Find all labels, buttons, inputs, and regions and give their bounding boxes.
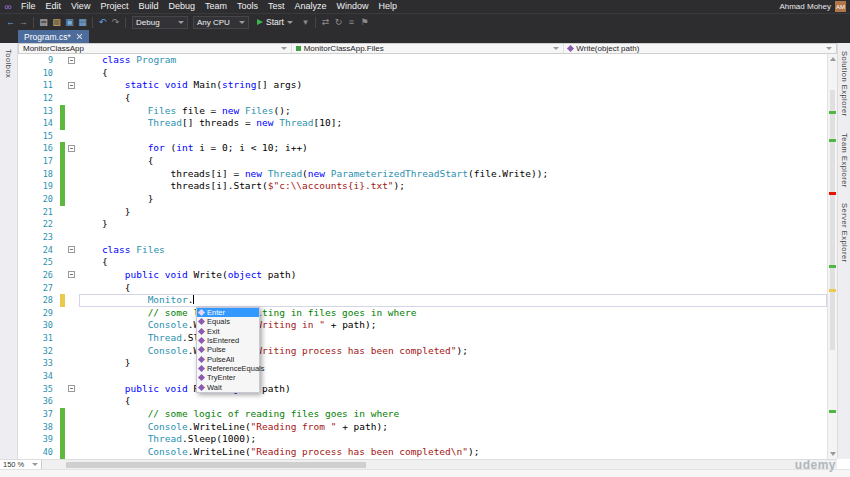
code-line-26[interactable]: 26 public void Write(object path)	[18, 269, 827, 282]
breakpoint-margin[interactable]	[18, 370, 26, 383]
breakpoint-margin[interactable]	[18, 332, 26, 345]
code-line-32[interactable]: 32 Console.WriteLine("Writing process ha…	[18, 345, 827, 358]
menu-debug[interactable]: Debug	[163, 0, 200, 13]
intellisense-item-exit[interactable]: Exit	[197, 327, 259, 336]
outline-margin[interactable]	[65, 383, 79, 396]
code-line-36[interactable]: 36 {	[18, 395, 827, 408]
breakpoint-margin[interactable]	[18, 155, 26, 168]
breakpoint-margin[interactable]	[18, 105, 26, 118]
code-text[interactable]: {	[79, 282, 827, 295]
scroll-down-icon[interactable]	[830, 452, 836, 456]
code-line-38[interactable]: 38 Console.WriteLine("Reading from " + p…	[18, 421, 827, 434]
menu-window[interactable]: Window	[332, 0, 374, 13]
breakpoint-margin[interactable]	[18, 130, 26, 143]
user-name[interactable]: Ahmad Mohey	[779, 2, 831, 11]
code-text[interactable]: for (int i = 0; i < 10; i++)	[79, 142, 827, 155]
code-text[interactable]: class Program	[79, 54, 827, 67]
code-text[interactable]: }	[79, 206, 827, 219]
code-line-34[interactable]: 34	[18, 370, 827, 383]
breakpoint-margin[interactable]	[18, 193, 26, 206]
breakpoint-margin[interactable]	[18, 54, 26, 67]
code-line-23[interactable]: 23	[18, 231, 827, 244]
breakpoint-margin[interactable]	[18, 269, 26, 282]
outline-margin[interactable]	[65, 142, 79, 155]
panel-tab-team-explorer[interactable]: Team Explorer	[840, 133, 849, 188]
menu-build[interactable]: Build	[133, 0, 163, 13]
code-line-33[interactable]: 33 }	[18, 357, 827, 370]
code-text[interactable]: Console.WriteLine("Reading process has b…	[79, 446, 827, 459]
menu-view[interactable]: View	[66, 0, 95, 13]
breakpoint-margin[interactable]	[18, 256, 26, 269]
code-line-19[interactable]: 19 threads[i].Start($"c:\\accounts{i}.tx…	[18, 180, 827, 193]
outline-margin[interactable]	[65, 244, 79, 257]
collapse-toggle-icon[interactable]	[68, 57, 75, 64]
code-text[interactable]: threads[i].Start($"c:\\accounts{i}.txt")…	[79, 180, 827, 193]
toolbox-tab[interactable]: Toolbox	[4, 49, 13, 78]
breakpoint-margin[interactable]	[18, 142, 26, 155]
breakpoint-margin[interactable]	[18, 307, 26, 320]
menu-analyze[interactable]: Analyze	[290, 0, 332, 13]
collapse-toggle-icon[interactable]	[68, 82, 75, 89]
code-text[interactable]: Monitor.	[79, 294, 827, 307]
collapse-toggle-icon[interactable]	[68, 145, 75, 152]
code-text[interactable]: Files file = new Files();	[79, 105, 827, 118]
intellisense-item-tryenter[interactable]: TryEnter	[197, 373, 259, 382]
code-line-24[interactable]: 24 class Files	[18, 244, 827, 257]
code-line-11[interactable]: 11 static void Main(string[] args)	[18, 79, 827, 92]
breakpoint-margin[interactable]	[18, 319, 26, 332]
code-text[interactable]: {	[79, 67, 827, 80]
code-text[interactable]	[79, 130, 827, 143]
vertical-scrollbar[interactable]	[827, 54, 837, 459]
tab-program-cs[interactable]: Program.cs*	[18, 30, 89, 43]
breakpoint-margin[interactable]	[18, 67, 26, 80]
attach-process-icon[interactable]: ⇄	[319, 15, 332, 30]
code-text[interactable]: {	[79, 395, 827, 408]
intellisense-item-wait[interactable]: Wait	[197, 382, 259, 391]
breakpoint-margin[interactable]	[18, 294, 26, 307]
comment-icon[interactable]: ≡	[345, 15, 358, 30]
user-avatar[interactable]: AM	[835, 1, 846, 12]
navigate-forward-icon[interactable]: →	[17, 15, 30, 30]
code-line-20[interactable]: 20 }	[18, 193, 827, 206]
code-text[interactable]: Console.WriteLine("Writing in " + path);	[79, 319, 827, 332]
save-icon[interactable]: ▣	[63, 15, 76, 30]
code-text[interactable]: }	[79, 218, 827, 231]
breakpoint-margin[interactable]	[18, 408, 26, 421]
code-line-37[interactable]: 37 // some logic of reading files goes i…	[18, 408, 827, 421]
code-text[interactable]: {	[79, 92, 827, 105]
new-file-icon[interactable]: ▤	[37, 15, 50, 30]
breakpoint-margin[interactable]	[18, 446, 26, 459]
code-text[interactable]: public void Write(object path)	[79, 269, 827, 282]
debug-target-caret-icon[interactable]: ▾	[299, 15, 312, 30]
open-file-icon[interactable]: ▨	[50, 15, 63, 30]
code-text[interactable]: Console.WriteLine("Reading from " + path…	[79, 421, 827, 434]
code-line-27[interactable]: 27 {	[18, 282, 827, 295]
panel-tab-solution-explorer[interactable]: Solution Explorer	[840, 51, 849, 117]
code-text[interactable]: public void Read(object path)	[79, 383, 827, 396]
menu-tools[interactable]: Tools	[232, 0, 263, 13]
code-text[interactable]: // some logic of writing in files goes i…	[79, 307, 827, 320]
code-text[interactable]: static void Main(string[] args)	[79, 79, 827, 92]
intellisense-item-pulseall[interactable]: PulseAll	[197, 354, 259, 363]
breakpoint-margin[interactable]	[18, 357, 26, 370]
code-line-15[interactable]: 15	[18, 130, 827, 143]
breakpoint-margin[interactable]	[18, 282, 26, 295]
breakpoint-margin[interactable]	[18, 218, 26, 231]
code-line-35[interactable]: 35 public void Read(object path)	[18, 383, 827, 396]
code-text[interactable]: {	[79, 155, 827, 168]
code-line-14[interactable]: 14 Thread[] threads = new Thread[10];	[18, 117, 827, 130]
solution-configuration-dropdown[interactable]: Debug	[132, 16, 188, 29]
menu-project[interactable]: Project	[95, 0, 133, 13]
breakpoint-margin[interactable]	[18, 92, 26, 105]
bookmark-icon[interactable]: ⚑	[358, 15, 371, 30]
breakpoint-margin[interactable]	[18, 395, 26, 408]
horizontal-scrollbar[interactable]: 150 %	[0, 459, 837, 469]
collapse-toggle-icon[interactable]	[68, 246, 75, 253]
save-all-icon[interactable]: ▦	[76, 15, 89, 30]
code-text[interactable]: Thread.Sleep(1000);	[79, 332, 827, 345]
breakpoint-margin[interactable]	[18, 345, 26, 358]
undo-icon[interactable]: ↶	[96, 15, 109, 30]
code-line-28[interactable]: 28 Monitor.	[18, 294, 827, 307]
code-text[interactable]: class Files	[79, 244, 827, 257]
breakpoint-margin[interactable]	[18, 180, 26, 193]
